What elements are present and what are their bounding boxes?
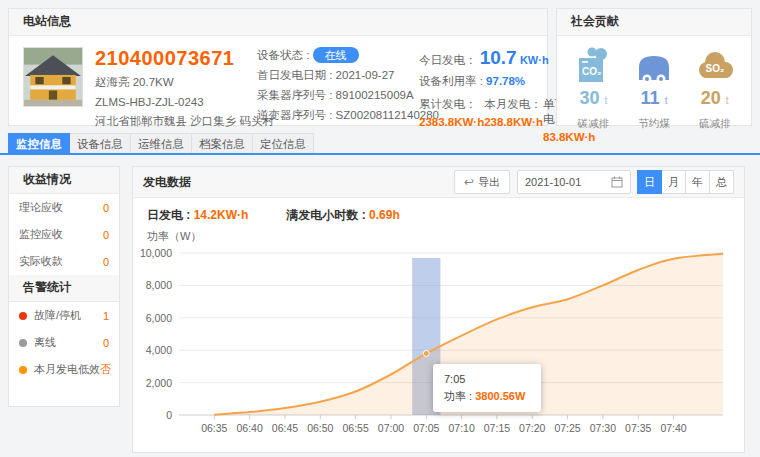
svg-text:07:15: 07:15	[484, 422, 510, 434]
daily-generation-stat: 日发电 : 14.2KW·h	[147, 207, 248, 224]
svg-text:07:35: 07:35	[625, 422, 651, 434]
svg-text:06:45: 06:45	[272, 422, 298, 434]
tab-maintenance-info[interactable]: 运维信息	[131, 133, 192, 155]
full-generation-hours-stat: 满发电小时数 : 0.69h	[286, 207, 399, 224]
income-row-theoretical: 理论应收 0	[9, 194, 119, 221]
first-gen-row: 首日发电日期 : 2021-09-27	[257, 68, 407, 83]
tooltip-time: 7:05	[444, 371, 530, 388]
tab-archive-info[interactable]: 档案信息	[192, 133, 253, 155]
alarm-row-fault: 故障/停机 1	[9, 302, 119, 329]
coal-truck-icon	[632, 44, 676, 86]
svg-text:07:25: 07:25	[554, 422, 580, 434]
co2-factory-icon: CO₂	[571, 44, 615, 86]
dashboard: 电站信息 210400073671 赵海亮 20.7KW ZLMS-HBJ-ZJ…	[0, 0, 760, 457]
svg-text:06:40: 06:40	[237, 422, 263, 434]
station-address: 河北省邯郸市魏县 沙口集乡 码头村	[95, 114, 245, 129]
station-photo	[23, 47, 83, 107]
tab-monitor-info[interactable]: 监控信息	[8, 133, 70, 155]
tabs-underline	[0, 153, 760, 155]
total-generation: 累计发电： 2383.8KW·h	[419, 97, 484, 143]
range-total-button[interactable]: 总	[709, 170, 734, 194]
station-owner: 赵海亮 20.7KW	[95, 75, 245, 90]
range-year-button[interactable]: 年	[685, 170, 710, 194]
range-switcher: 日 月 年 总	[638, 170, 734, 194]
co2-value: 30 t	[579, 88, 607, 111]
power-chart[interactable]: 02,0004,0006,0008,00010,00006:3506:4006:…	[133, 239, 746, 454]
date-picker[interactable]: 2021-10-01	[517, 170, 631, 194]
income-row-monitored: 监控应收 0	[9, 221, 119, 248]
generation-chart-svg[interactable]: 02,0004,0006,0008,00010,00006:3506:4006:…	[133, 239, 746, 454]
coal-saving-item: 11 t 节约煤	[624, 44, 685, 131]
month-generation: 本月发电： 238.8KW·h	[484, 97, 543, 143]
fault-dot-icon	[19, 312, 27, 320]
social-panel-title: 社会贡献	[557, 9, 751, 36]
income-section-title: 收益情况	[9, 167, 119, 194]
station-code: ZLMS-HBJ-ZJL-0243	[95, 96, 245, 108]
svg-text:07:00: 07:00	[378, 422, 404, 434]
chart-panel-title: 发电数据	[143, 174, 191, 191]
export-arrow-icon: ↩	[464, 176, 474, 188]
sidebar-panel: 收益情况 理论应收 0 监控应收 0 实际收款 0 告警统计 故障/停机 1 离…	[8, 166, 120, 407]
station-info-panel: 电站信息 210400073671 赵海亮 20.7KW ZLMS-HBJ-ZJ…	[8, 8, 548, 126]
alarm-section-title: 告警统计	[9, 275, 119, 302]
station-id: 210400073671	[95, 47, 245, 69]
inverter-sn-row: 逆变器序列号 : SZ00208112140280	[257, 108, 407, 123]
social-contribution-panel: 社会贡献 CO₂ 30 t 碳减排	[556, 8, 752, 126]
svg-text:07:30: 07:30	[590, 422, 616, 434]
so2-reduction-item: SO₂ 20 t 硫减排	[684, 44, 745, 131]
svg-text:4,000: 4,000	[146, 344, 172, 356]
status-badge: 在线	[313, 47, 359, 63]
alarm-row-low-efficiency: 本月发电低效 否	[9, 356, 119, 383]
today-generation-value: 10.7	[480, 47, 517, 68]
svg-text:2,000: 2,000	[146, 377, 172, 389]
svg-text:CO₂: CO₂	[582, 66, 601, 77]
main-tabs: 监控信息 设备信息 运维信息 档案信息 定位信息	[8, 133, 314, 153]
svg-text:10,000: 10,000	[140, 247, 172, 259]
svg-text:07:05: 07:05	[413, 422, 439, 434]
collector-sn-row: 采集器序列号 : 89100215009A	[257, 88, 407, 103]
tab-device-info[interactable]: 设备信息	[70, 133, 131, 155]
svg-text:07:10: 07:10	[448, 422, 474, 434]
svg-text:6,000: 6,000	[146, 312, 172, 324]
station-panel-title: 电站信息	[9, 9, 547, 36]
svg-text:06:50: 06:50	[307, 422, 333, 434]
svg-text:SO₂: SO₂	[705, 63, 724, 74]
utilization-value: 97.78%	[486, 75, 525, 87]
svg-text:07:40: 07:40	[660, 422, 686, 434]
svg-text:06:55: 06:55	[342, 422, 368, 434]
svg-text:0: 0	[166, 409, 172, 421]
range-month-button[interactable]: 月	[661, 170, 686, 194]
export-button[interactable]: ↩ 导出	[454, 170, 510, 194]
co2-reduction-item: CO₂ 30 t 碳减排	[563, 44, 624, 131]
date-value: 2021-10-01	[525, 176, 581, 188]
coal-value: 11 t	[641, 88, 668, 111]
svg-text:07:20: 07:20	[519, 422, 545, 434]
so2-cloud-icon: SO₂	[693, 44, 737, 86]
low-efficiency-dot-icon	[19, 366, 27, 374]
chart-tooltip: 7:05 功率 : 3800.56W	[433, 364, 541, 412]
range-day-button[interactable]: 日	[637, 170, 662, 194]
svg-text:8,000: 8,000	[146, 279, 172, 291]
income-row-actual: 实际收款 0	[9, 248, 119, 275]
generation-data-panel: 发电数据 ↩ 导出 2021-10-01 日 月	[132, 166, 745, 453]
tooltip-value: 3800.56W	[475, 390, 525, 402]
offline-dot-icon	[19, 339, 27, 347]
calendar-icon[interactable]	[611, 176, 623, 188]
so2-value: 20 t	[701, 88, 729, 111]
tab-location-info[interactable]: 定位信息	[253, 133, 314, 155]
alarm-row-offline: 离线 0	[9, 329, 119, 356]
svg-text:06:35: 06:35	[201, 422, 227, 434]
device-status-row: 设备状态 : 在线	[257, 47, 407, 63]
